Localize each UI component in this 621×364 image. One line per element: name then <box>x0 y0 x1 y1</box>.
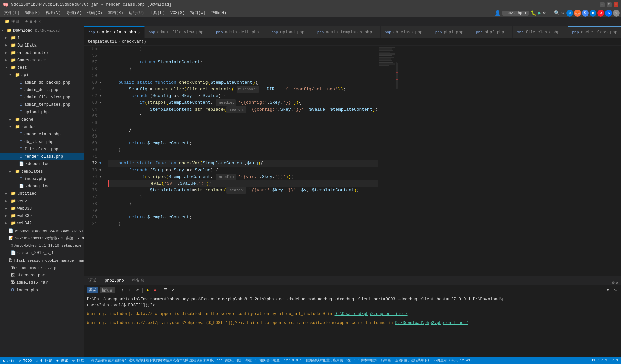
maximize-button[interactable]: □ <box>607 2 612 7</box>
debug-tab-icon[interactable]: 调试 <box>87 287 98 293</box>
tree-item-untitled[interactable]: ▶📁untitled <box>0 190 84 198</box>
php-config-label[interactable]: php2.php ▼ <box>502 11 529 16</box>
menu-file[interactable]: 文件(F) <box>1 9 22 17</box>
tree-item-autohot[interactable]: ▶⚙AutoHotkey_1.1.33.10_setup.exe <box>0 242 84 249</box>
tab-php2[interactable]: php php2.php ✕ <box>472 26 513 38</box>
other-icon[interactable]: ? <box>613 10 620 17</box>
tab-admin-templates[interactable]: php admin_templates.php ✕ <box>313 26 381 38</box>
tree-item-test[interactable]: ▼📁test <box>0 64 84 71</box>
tree-item-cisco[interactable]: ▶📄ciscrn_2019_c_1 <box>0 249 84 257</box>
terminal-content[interactable]: D:\Data\secquan\tools\Environment\phpstu… <box>84 295 621 357</box>
tree-item-api[interactable]: ▼📁api <box>0 71 84 79</box>
tab-db-class[interactable]: php db_class.php ✕ <box>381 26 431 38</box>
tab-admin-file-view[interactable]: php admin_file_view.php ✕ <box>145 26 212 38</box>
tree-item-admin-db[interactable]: ▶🗒admin_db_backup.php <box>0 79 84 86</box>
sidebar-add-icon[interactable]: ⊕ <box>25 19 28 24</box>
opera-icon[interactable]: O <box>597 10 604 17</box>
expand-icon[interactable]: ⤢ <box>170 287 176 293</box>
tree-item-hash[interactable]: ▶📄59ABAAD8E68806EBAC10BBD69B13D7E9 <box>0 227 84 235</box>
sidebar-filter-icon[interactable]: ⚙ <box>34 19 36 24</box>
tree-item-doc[interactable]: ▶📝2021850100111-考智趣-C++实验一-.doc <box>0 235 84 242</box>
terminal-icon[interactable]: 控制台 <box>100 287 115 293</box>
tree-item-xdebug1[interactable]: ▶📄xdebug.log <box>0 160 84 168</box>
tab-upload[interactable]: php upload.php ✕ <box>267 26 313 38</box>
maximize-panel-icon[interactable]: ⤡ <box>612 287 618 293</box>
tree-item-web339[interactable]: ▶📁web339 <box>0 212 84 220</box>
status-terminal[interactable]: ⊙ 终端 <box>72 358 84 363</box>
code-content[interactable]: } return $templateContent; } <box>105 46 378 275</box>
breadcrumb-item-checkvar[interactable]: checkVar() <box>122 39 146 44</box>
tree-item-idmels[interactable]: ▶🗜idmelsds6.rar <box>0 279 84 286</box>
tab-render-class-close[interactable]: ✕ <box>138 30 140 35</box>
tab-admin-deit[interactable]: php admin_deit.php ✕ <box>212 26 267 38</box>
tree-item-cache-class[interactable]: ▶🗒cache_class.php <box>0 131 84 138</box>
search-icon[interactable]: 🔍 <box>554 10 560 16</box>
tree-item-upload[interactable]: ▶🗒upload.php <box>0 109 84 116</box>
run-icon[interactable]: ▶ <box>538 10 541 16</box>
list-view-icon[interactable]: ☰ <box>162 287 169 293</box>
safari-icon[interactable]: S <box>605 10 612 17</box>
more-icon[interactable]: ⋮ <box>548 10 552 16</box>
breakpoint-yellow-icon[interactable]: ● <box>145 287 151 293</box>
menu-refactor[interactable]: 重构(R) <box>105 9 126 17</box>
tree-item-games[interactable]: ▶📁Games-master <box>0 57 84 64</box>
status-debug[interactable]: ⊙ 调试 <box>56 358 68 363</box>
menu-code[interactable]: 代码(C) <box>84 9 105 17</box>
firefox-icon[interactable]: 🦊 <box>574 10 581 17</box>
tree-item-htaccess[interactable]: ▶🖼htaccess.png <box>0 272 84 279</box>
debug-run-icon[interactable]: ⚙ <box>543 10 545 16</box>
step-resume-icon[interactable]: ⟳ <box>134 287 140 293</box>
tree-item-index-php[interactable]: ▶🗒index.php <box>0 175 84 183</box>
chrome-icon[interactable]: C <box>582 10 589 17</box>
tree-item-errbot[interactable]: ▶📁errbot-master <box>0 49 84 57</box>
user-icon[interactable]: 👤 <box>495 10 500 16</box>
tree-item-admin-tmpl[interactable]: ▶🗒admin_templates.php <box>0 101 84 109</box>
bottom-settings-icon[interactable]: ⚙ <box>612 280 615 285</box>
sidebar-close-icon[interactable]: ✕ <box>39 19 41 24</box>
tree-item-web342[interactable]: ▶📁web342 <box>0 220 84 227</box>
tab-debug[interactable]: 调试 <box>84 276 100 285</box>
debug-icon[interactable]: 🐛 <box>531 10 536 16</box>
status-problems[interactable]: ⊙ 0 问题 <box>36 358 52 363</box>
code-editor[interactable]: 55 56 57 58 59 60▼ 61· 62▼ 63▼ 64 65 66 … <box>84 46 621 275</box>
tree-item-cache[interactable]: ▶📁cache <box>0 116 84 123</box>
breadcrumb-item-templateutil[interactable]: templateUtil <box>88 39 117 44</box>
menu-tools[interactable]: 工具(L) <box>147 9 168 17</box>
tab-project[interactable]: 📁项目 <box>1 17 23 26</box>
tree-item-file-class[interactable]: ▶🗒file_class.php <box>0 146 84 153</box>
tree-item-db-class[interactable]: ▶🗒db_class.php <box>0 138 84 146</box>
tree-item-flask[interactable]: ▶🗜flask-session-cookie-manager-master.zi… <box>0 257 84 264</box>
tree-item-xdebug2[interactable]: ▶📄xdebug.log <box>0 183 84 190</box>
menu-help[interactable]: 帮助(H) <box>208 9 229 17</box>
status-run[interactable]: ▲ 运行 <box>3 358 14 363</box>
menu-navigate[interactable]: 导航(A) <box>64 9 85 17</box>
breakpoint-red-icon[interactable]: ● <box>152 287 158 293</box>
tree-item-venv[interactable]: ▶📁venv <box>0 198 84 205</box>
tab-php2php[interactable]: php2.php <box>100 276 128 285</box>
step-up-icon[interactable]: ↑ <box>119 287 125 293</box>
minimize-button[interactable]: ─ <box>600 2 605 7</box>
tree-item-download[interactable]: ▼ 📁 Download D:\Download <box>0 27 84 34</box>
tree-item-render[interactable]: ▼📁render <box>0 123 84 131</box>
status-php-version[interactable]: PHP 7.1 <box>592 358 608 362</box>
warning2-link[interactable]: D:\Download\php2.php on line 7 <box>395 321 468 325</box>
tree-item-dwnldata[interactable]: ▶📁DwnlData <box>0 42 84 49</box>
tree-item-admin-file[interactable]: ▶🗒admin_file_view.php <box>0 94 84 101</box>
close-button[interactable]: ✕ <box>614 2 618 7</box>
menu-run[interactable]: 运行(U) <box>126 9 147 17</box>
tab-php1[interactable]: php php1.php ✕ <box>431 26 472 38</box>
tab-cache-class[interactable]: php cache_class.php ✕ <box>568 26 621 38</box>
menu-vcs[interactable]: VCS(S) <box>168 9 187 17</box>
sidebar-sort-icon[interactable]: ⇅ <box>30 19 32 24</box>
tree-item-render-class[interactable]: ▶🗒render_class.php <box>0 153 84 160</box>
ie-icon[interactable]: e <box>566 10 573 17</box>
tree-item-gameszip[interactable]: ▶🗜Games-master_2.zip <box>0 264 84 272</box>
tree-item-index2[interactable]: ▶🗒index.php <box>0 286 84 294</box>
tree-item-1[interactable]: ▶📁1 <box>0 34 84 42</box>
menu-edit[interactable]: 编辑(E) <box>22 9 43 17</box>
settings-icon[interactable]: ⚙ <box>562 10 564 16</box>
step-down-icon[interactable]: ↓ <box>127 287 133 293</box>
tab-render-class[interactable]: php render_class.php ✕ <box>84 26 145 38</box>
configure-icon[interactable]: ⚙ <box>605 287 611 293</box>
status-todo[interactable]: ⊙ TODO <box>19 358 32 363</box>
